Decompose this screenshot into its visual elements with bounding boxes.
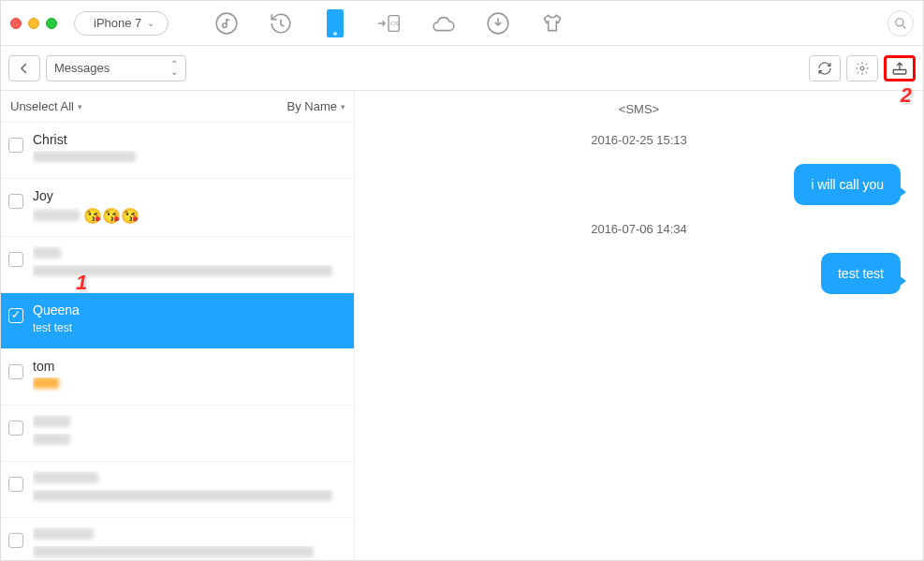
thread-type-label: <SMS> [377,102,901,116]
contact-name [33,527,345,542]
contact-name [33,246,345,261]
row-checkbox[interactable] [8,252,23,267]
row-checkbox[interactable] [8,308,23,323]
message-preview [33,546,345,560]
select-chevron-icon: ⌃⌄ [170,61,178,76]
svg-point-4 [896,18,903,25]
category-select[interactable]: Messages ⌃⌄ [46,55,186,81]
row-checkbox[interactable] [8,421,23,436]
phone-icon[interactable] [322,10,348,37]
row-checkbox[interactable] [8,364,23,379]
export-button[interactable] [884,55,916,81]
search-button[interactable] [887,10,914,37]
conversation-row[interactable] [1,518,354,560]
row-checkbox[interactable] [8,138,23,153]
message-timestamp: 2016-02-25 15:13 [377,133,901,147]
contact-name: tom [33,359,345,374]
contact-name: Christ [33,132,345,147]
conversation-row[interactable] [1,406,354,462]
conversation-row[interactable]: tom [1,349,354,406]
back-button[interactable] [8,55,40,81]
refresh-button[interactable] [809,55,841,81]
device-selector[interactable]: iPhone 7 ⌄ [74,11,169,36]
contact-name: Queena [33,303,345,317]
conversation-row[interactable] [1,462,354,518]
conversation-row-selected[interactable]: 1 Queena test test [1,293,354,349]
message-row: test test [377,253,901,294]
contact-name [33,471,345,486]
row-checkbox[interactable] [8,533,23,548]
titlebar: iPhone 7 ⌄ iOS [1,1,923,46]
download-icon[interactable] [485,10,511,37]
conversation-row[interactable]: Christ [1,123,354,179]
contact-name [33,415,345,430]
row-checkbox[interactable] [8,477,23,492]
contact-name: Joy [33,188,345,203]
history-icon[interactable] [268,10,294,37]
device-name: iPhone 7 [94,16,141,30]
minimize-window-button[interactable] [28,18,39,29]
settings-button[interactable] [846,55,878,81]
tshirt-icon[interactable] [539,10,565,37]
chevron-down-icon: ▾ [78,102,82,111]
chevron-down-icon: ⌄ [147,18,154,28]
window-controls [10,18,57,29]
cloud-icon[interactable] [431,10,457,37]
message-timestamp: 2016-07-06 14:34 [377,222,901,236]
message-bubble: test test [821,253,901,294]
conversation-list: Unselect All ▾ By Name ▾ Christ Joy 😘😘😘 [1,91,355,560]
message-row: i will call you [377,164,901,205]
svg-point-5 [860,66,864,70]
chevron-down-icon: ▾ [341,102,345,111]
message-thread: <SMS> 2016-02-25 15:13 i will call you 2… [355,91,923,560]
list-header: Unselect All ▾ By Name ▾ [1,91,355,123]
main-area: Unselect All ▾ By Name ▾ Christ Joy 😘😘😘 [1,91,923,560]
message-preview [33,490,345,504]
svg-text:iOS: iOS [390,20,400,25]
sort-toggle[interactable]: By Name ▾ [287,99,345,113]
message-preview [33,377,345,391]
category-label: Messages [54,61,110,75]
sort-label: By Name [287,99,337,113]
svg-rect-6 [893,69,906,74]
maximize-window-button[interactable] [46,18,57,29]
message-preview: 😘😘😘 [33,207,345,225]
row-checkbox[interactable] [8,194,23,209]
select-all-toggle[interactable]: Unselect All ▾ [10,99,82,113]
conversation-row[interactable] [1,237,354,293]
top-tool-icons: iOS [213,10,565,37]
close-window-button[interactable] [10,18,22,29]
to-ios-icon[interactable]: iOS [376,10,403,37]
conversation-row[interactable]: Joy 😘😘😘 [1,179,354,237]
annotation-number-1: 1 [76,271,87,295]
message-preview [33,151,345,165]
music-icon[interactable] [213,10,240,37]
select-all-label: Unselect All [10,99,74,113]
secondary-toolbar: Messages ⌃⌄ 2 [1,46,923,91]
message-preview [33,434,345,448]
message-preview: test test [33,321,345,334]
message-bubble: i will call you [794,164,901,205]
